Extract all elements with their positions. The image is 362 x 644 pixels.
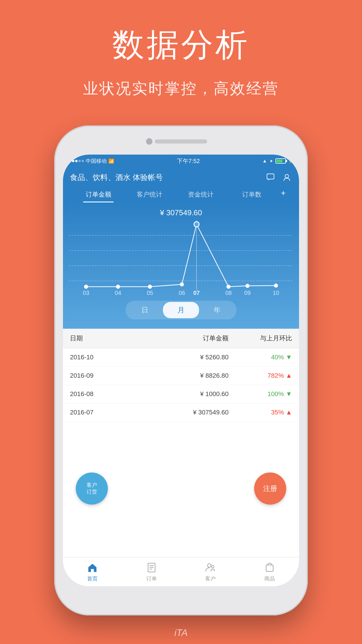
- cell-date-3: 2016-07: [70, 409, 133, 416]
- chart-dot-03: [84, 285, 88, 288]
- period-btn-year[interactable]: 年: [199, 302, 235, 318]
- home-icon: [86, 562, 99, 573]
- header-icons: [265, 172, 292, 183]
- x-label-08: 08: [225, 290, 232, 296]
- status-time: 下午7:52: [177, 157, 200, 165]
- header-date: 日期: [70, 334, 133, 343]
- battery: [275, 158, 286, 164]
- chart-dot-04: [116, 285, 120, 288]
- svg-point-12: [212, 566, 214, 568]
- app-header: 食品、饮料、酒水 体验帐号: [63, 167, 299, 202]
- x-label-07: 07: [193, 290, 200, 296]
- tab-customer-stats[interactable]: 客户统计: [124, 187, 175, 202]
- svg-rect-0: [267, 174, 274, 179]
- status-bar: 中国移动 📶 下午7:52 ▲ ✦ ⚡: [63, 155, 299, 167]
- float-register-button[interactable]: 注册: [254, 473, 286, 505]
- svg-point-1: [285, 174, 289, 178]
- cell-date-0: 2016-10: [70, 354, 133, 361]
- tab-add-button[interactable]: +: [277, 187, 289, 202]
- x-label-10: 10: [273, 290, 279, 296]
- cell-amount-0: ¥ 5260.80: [133, 354, 229, 361]
- bluetooth-icon: ✦: [269, 158, 273, 164]
- product-icon: [263, 562, 276, 573]
- nav-label-home: 首页: [87, 575, 98, 582]
- phone-mockup: 中国移动 📶 下午7:52 ▲ ✦ ⚡ 食品、饮料、酒水 体验帐号: [54, 125, 308, 615]
- status-right: ▲ ✦ ⚡: [262, 158, 293, 164]
- signal-dots: [69, 160, 84, 162]
- chart-area: 03 04 05 06 07 08 09 10: [69, 220, 293, 296]
- phone-speaker: [155, 139, 207, 144]
- charging-icon: ⚡: [288, 159, 293, 163]
- bottom-text: iTA: [174, 627, 188, 638]
- location-icon: ▲: [262, 158, 267, 164]
- arrow-down-icon: ▼: [286, 354, 292, 361]
- tab-navigation: 订单金额 客户统计 资金统计 订单数 +: [70, 187, 292, 202]
- table-row: 2016-08 ¥ 1000.60 100% ▼: [63, 385, 299, 403]
- phone-outer: 中国移动 📶 下午7:52 ▲ ✦ ⚡ 食品、饮料、酒水 体验帐号: [54, 125, 308, 615]
- x-label-03: 03: [83, 290, 89, 296]
- phone-screen: 中国移动 📶 下午7:52 ▲ ✦ ⚡ 食品、饮料、酒水 体验帐号: [63, 155, 299, 586]
- table-row: 2016-07 ¥ 307549.60 35% ▲: [63, 403, 299, 422]
- chart-dot-09: [246, 284, 249, 288]
- status-left: 中国移动 📶: [69, 158, 114, 164]
- app-title: 食品、饮料、酒水 体验帐号: [70, 172, 163, 183]
- period-btn-month[interactable]: 月: [163, 302, 199, 318]
- nav-item-orders[interactable]: 订单: [122, 562, 181, 582]
- arrow-down-icon-2: ▼: [286, 390, 292, 398]
- app-title-row: 食品、饮料、酒水 体验帐号: [70, 172, 292, 183]
- svg-point-11: [208, 564, 211, 567]
- signal-dot-2: [72, 160, 74, 162]
- cell-change-3: 35% ▲: [229, 409, 292, 416]
- customer-icon: [204, 562, 217, 573]
- nav-label-product: 商品: [264, 575, 275, 582]
- cell-change-1: 782% ▲: [229, 372, 292, 379]
- chart-svg: 03 04 05 06 07 08 09 10: [69, 220, 293, 296]
- tab-fund-stats[interactable]: 资金统计: [175, 187, 226, 202]
- message-icon[interactable]: [265, 172, 276, 183]
- header-change: 与上月环比: [229, 334, 292, 343]
- user-icon[interactable]: [282, 172, 292, 183]
- x-label-05: 05: [147, 290, 153, 296]
- chart-dot-06: [180, 283, 184, 286]
- chart-dot-10: [274, 284, 278, 287]
- nav-item-customer[interactable]: 客户: [181, 562, 240, 582]
- cell-change-2: 100% ▼: [229, 390, 292, 398]
- nav-label-customer: 客户: [205, 575, 216, 582]
- bottom-navigation: 首页 订单: [63, 557, 299, 586]
- cell-date-2: 2016-08: [70, 390, 133, 398]
- float-customer-button[interactable]: 客户 订货: [76, 473, 108, 505]
- battery-fill: [277, 160, 282, 162]
- chart-dot-07: [194, 222, 199, 227]
- chart-dot-08: [227, 285, 230, 288]
- hero-title: 数据分析: [0, 23, 362, 67]
- orders-icon: [145, 562, 158, 573]
- x-label-09: 09: [244, 290, 251, 296]
- signal-dot-3: [75, 160, 78, 162]
- svg-rect-13: [266, 565, 273, 571]
- chart-dot-05: [148, 285, 152, 288]
- period-btn-day[interactable]: 日: [127, 302, 163, 318]
- table-row: 2016-09 ¥ 8826.80 782% ▲: [63, 367, 299, 385]
- nav-item-product[interactable]: 商品: [240, 562, 299, 582]
- signal-dot-1: [69, 160, 71, 162]
- chart-container: ¥ 307549.60: [63, 202, 299, 329]
- cell-date-1: 2016-09: [70, 372, 133, 379]
- tab-order-amount[interactable]: 订单金额: [73, 187, 124, 202]
- signal-dot-4: [78, 160, 81, 162]
- tab-order-count[interactable]: 订单数: [226, 187, 278, 202]
- hero-subtitle: 业状况实时掌控，高效经营: [0, 78, 362, 99]
- cell-amount-3: ¥ 307549.60: [133, 409, 229, 416]
- x-label-04: 04: [115, 290, 121, 296]
- arrow-up-icon: ▲: [286, 372, 292, 379]
- wifi-icon: 📶: [108, 158, 114, 164]
- cell-amount-1: ¥ 8826.80: [133, 372, 229, 379]
- header-amount: 订单金额: [133, 334, 229, 343]
- table-row: 2016-10 ¥ 5260.80 40% ▼: [63, 348, 299, 367]
- table-header: 日期 订单金额 与上月环比: [63, 329, 299, 348]
- phone-camera: [146, 138, 152, 145]
- cell-amount-2: ¥ 1000.60: [133, 390, 229, 398]
- chart-value-label: ¥ 307549.60: [66, 208, 296, 217]
- signal-dot-5: [82, 160, 84, 162]
- nav-item-home[interactable]: 首页: [63, 562, 122, 582]
- cell-change-0: 40% ▼: [229, 354, 292, 361]
